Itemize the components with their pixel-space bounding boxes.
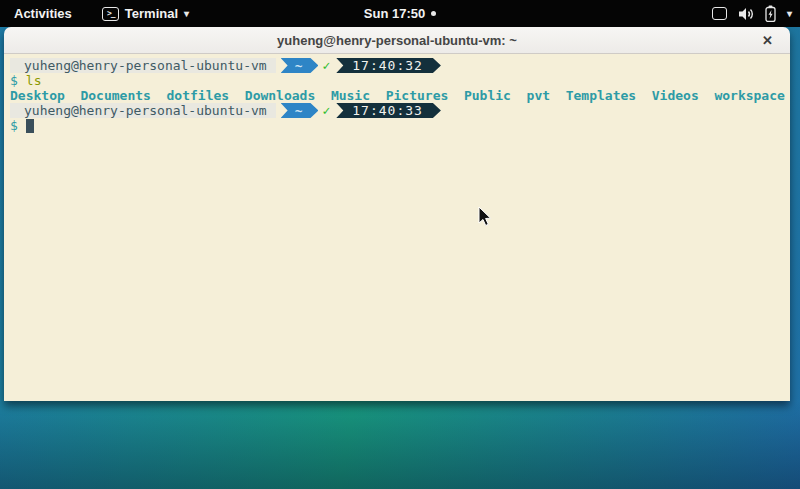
prompt-line: yuheng@henry-personal-ubuntu-vm ~ ✓ 17:4… xyxy=(10,58,784,73)
prompt-status-ok-icon: ✓ xyxy=(322,103,330,118)
typed-command: ls xyxy=(26,73,42,88)
ls-output: Desktop Documents dotfiles Downloads Mus… xyxy=(10,88,784,103)
command-line: $ ls xyxy=(10,73,784,88)
desktop: Activities >_ Terminal ▾ Sun 17:50 ▾ xyxy=(0,0,800,489)
tray-chevron-down-icon: ▾ xyxy=(787,8,792,19)
system-tray[interactable]: ▾ xyxy=(712,0,792,27)
activities-button[interactable]: Activities xyxy=(10,4,76,23)
clock-label: Sun 17:50 xyxy=(364,6,425,21)
window-titlebar[interactable]: yuheng@henry-personal-ubuntu-vm: ~ ✕ xyxy=(4,27,790,54)
app-menu-terminal[interactable]: >_ Terminal ▾ xyxy=(102,6,189,21)
window-title: yuheng@henry-personal-ubuntu-vm: ~ xyxy=(277,33,517,48)
prompt-symbol: $ xyxy=(10,73,18,88)
input-line: $ xyxy=(10,118,784,133)
app-menu-label: Terminal xyxy=(125,6,178,21)
prompt-user-host: yuheng@henry-personal-ubuntu-vm xyxy=(10,58,276,73)
prompt-time-segment: 17:40:33 xyxy=(336,103,441,118)
prompt-user-host: yuheng@henry-personal-ubuntu-vm xyxy=(10,103,276,118)
prompt-cwd-segment: ~ xyxy=(281,58,319,73)
battery-charging-icon xyxy=(765,5,776,22)
prompt-symbol: $ xyxy=(10,118,18,133)
terminal-content[interactable]: yuheng@henry-personal-ubuntu-vm ~ ✓ 17:4… xyxy=(4,54,790,401)
prompt-cwd-segment: ~ xyxy=(281,103,319,118)
text-cursor xyxy=(26,119,34,133)
screen-share-icon xyxy=(712,7,727,20)
terminal-icon: >_ xyxy=(102,7,119,21)
close-icon[interactable]: ✕ xyxy=(759,32,776,49)
chevron-down-icon: ▾ xyxy=(184,8,189,19)
mouse-cursor xyxy=(478,206,494,228)
volume-icon xyxy=(738,7,754,21)
prompt-status-ok-icon: ✓ xyxy=(322,58,330,73)
top-bar: Activities >_ Terminal ▾ Sun 17:50 ▾ xyxy=(0,0,800,27)
prompt-line: yuheng@henry-personal-ubuntu-vm ~ ✓ 17:4… xyxy=(10,103,784,118)
terminal-window: yuheng@henry-personal-ubuntu-vm: ~ ✕ yuh… xyxy=(4,27,790,401)
prompt-time-segment: 17:40:32 xyxy=(336,58,441,73)
notification-dot-icon xyxy=(431,11,436,16)
